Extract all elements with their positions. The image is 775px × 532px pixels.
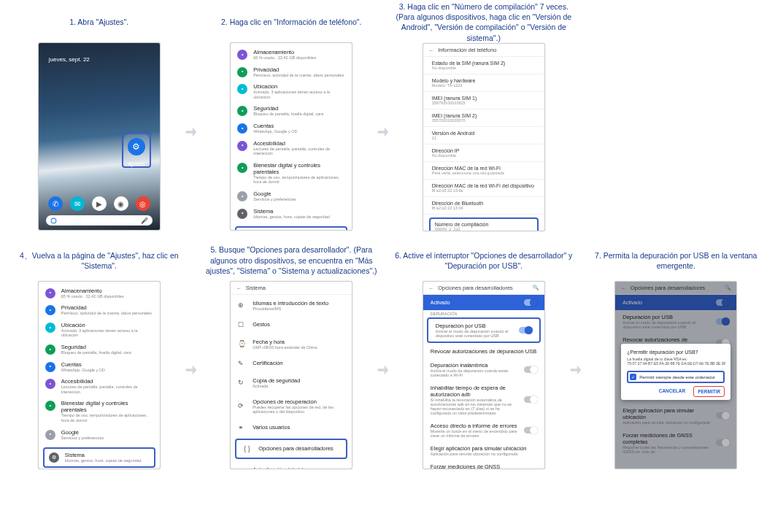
settings-row[interactable]: • CuentasWhatsApp, Google y OD xyxy=(231,120,352,137)
system-row[interactable]: ✎Certificación xyxy=(231,355,352,372)
phone-info-row[interactable]: i Información del teléfonoAndroid xyxy=(235,226,347,231)
system-row[interactable]: ⚙ SistemaIdiomas, gestos, hora, copias d… xyxy=(43,447,155,468)
dev-row[interactable]: Elegir aplicación para simular ubicación… xyxy=(423,442,544,460)
system-row[interactable]: ⟳Opciones de recuperaciónPuedes recupera… xyxy=(231,393,352,419)
settings-row[interactable]: • CuentasWhatsApp, Google y OD xyxy=(39,358,160,376)
row-toggle[interactable] xyxy=(716,318,729,325)
chrome-icon[interactable]: ◉ xyxy=(114,196,128,211)
master-toggle[interactable] xyxy=(524,299,537,306)
search-icon[interactable]: 🔍 xyxy=(533,285,539,290)
settings-row[interactable]: • Bienestar digital y controles parental… xyxy=(231,159,352,188)
google-icon xyxy=(50,217,57,224)
usb-debug-row[interactable]: Depuración por USBActivar el modo de dep… xyxy=(427,317,541,343)
row-toggle[interactable] xyxy=(716,439,729,446)
step-3-screenshot: ← Información del teléfono Estado de la … xyxy=(423,43,545,231)
settings-row[interactable]: • UbicaciónActivada: 3 aplicaciones tien… xyxy=(231,80,352,102)
row-toggle[interactable] xyxy=(716,412,729,419)
dev-row[interactable]: Depuración por USBActivar el modo de dep… xyxy=(615,310,736,333)
row-title: Gestos xyxy=(252,321,344,328)
info-value: No disponible xyxy=(432,153,536,158)
settings-row[interactable]: • PrivacidadPermisos, actividad de la cu… xyxy=(231,63,352,81)
row-sub: Servicios y preferencias xyxy=(61,436,153,441)
row-title: Privacidad xyxy=(61,304,153,311)
info-row[interactable]: IMEI (ranura SIM 2)355701010028370 xyxy=(423,109,544,127)
info-value: 358793100020825 xyxy=(432,101,536,105)
messages-icon[interactable]: ✉ xyxy=(70,196,85,211)
back-icon[interactable]: ← xyxy=(429,285,434,290)
info-row[interactable]: Modelo y hardwareModelo: TA-1223 xyxy=(423,74,544,92)
row-toggle[interactable] xyxy=(524,396,537,403)
dev-row[interactable]: Revocar autorizaciones de depuración USB xyxy=(423,344,544,358)
system-title: Sistema xyxy=(65,452,150,458)
info-row[interactable]: Dirección de Bluetoothf8:a2:d2:22:13:04 xyxy=(423,197,544,215)
mic-icon[interactable]: 🎤 xyxy=(141,217,148,224)
row-icon: • xyxy=(45,344,55,355)
dev-row[interactable]: Forzar mediciones de GNSS completasRegis… xyxy=(615,428,736,458)
system-row[interactable]: ↻Copia de seguridadActivada xyxy=(231,372,352,393)
settings-row[interactable]: • PrivacidadPermisos, actividad de la cu… xyxy=(39,301,160,319)
checkbox-checked-icon[interactable]: ✓ xyxy=(630,374,636,380)
system-update-row[interactable]: ◈ Actualización del sistemaActualización… xyxy=(231,461,352,469)
system-row[interactable]: ☐Gestos xyxy=(231,316,352,334)
row-icon: • xyxy=(45,288,55,298)
row-icon: • xyxy=(45,362,55,372)
row-icon: • xyxy=(45,401,55,411)
back-icon[interactable]: ← xyxy=(236,285,242,290)
info-row[interactable]: Dirección MAC de la red Wi-FiPara verla,… xyxy=(423,162,544,180)
phone-icon[interactable]: ✆ xyxy=(48,196,63,211)
system-icon: ⚙ xyxy=(49,452,59,463)
settings-row[interactable]: • Bienestar digital y controles parental… xyxy=(39,397,160,425)
always-allow-row[interactable]: ✓ Permitir siempre desde este ordenador xyxy=(627,371,725,383)
row-toggle[interactable] xyxy=(524,366,537,373)
system-row[interactable]: ⌚Fecha y horaGMT+08:00 hora estándar de … xyxy=(231,334,352,355)
settings-row[interactable]: • GoogleServicios y preferencias xyxy=(39,426,160,444)
dev-row[interactable]: Acceso directo a informe de erroresMuest… xyxy=(423,419,544,442)
settings-row[interactable]: • Almacenamiento65 % usado · 22,42 GB di… xyxy=(39,285,160,302)
cancel-button[interactable]: CANCELAR xyxy=(655,386,689,397)
info-row[interactable]: Dirección MAC de la red Wi-Fi del dispos… xyxy=(423,180,544,197)
info-value: f8:a2:d2:22:13:04 xyxy=(432,206,536,210)
info-row[interactable]: Estado de la SIM (ranura SIM 2)No dispon… xyxy=(423,57,544,74)
info-key: Dirección de Bluetooth xyxy=(432,201,536,206)
settings-row[interactable]: • SistemaIdiomas, gestos, hora, copias d… xyxy=(231,205,352,223)
settings-row[interactable]: • AccesibilidadLectores de pantalla, pan… xyxy=(231,137,352,159)
screen-header: ← Opciones para desarrolladores 🔍 xyxy=(423,282,544,295)
row-title: Elegir aplicación para simular ubicación xyxy=(431,445,537,452)
settings-row[interactable]: • SeguridadBloqueo de pantalla, huella d… xyxy=(39,341,160,358)
row-icon: • xyxy=(45,379,55,389)
settings-row[interactable]: • GoogleServicios y preferencias xyxy=(231,188,352,205)
screen-title: Sistema xyxy=(246,285,266,291)
developer-options-row[interactable]: { } Opciones para desarrolladores xyxy=(235,439,347,459)
play-icon[interactable]: ▶ xyxy=(92,196,107,211)
row-sub: Aplicación para simular ubicación no con… xyxy=(431,452,537,456)
row-title: Elegir aplicación para simular ubicación xyxy=(622,407,712,420)
allow-button[interactable]: PERMITIR xyxy=(693,386,725,397)
dev-row[interactable]: Inhabilitar tiempo de espera de autoriza… xyxy=(423,381,544,419)
step-5-screenshot: ← Sistema ⊕Idiomas e introducción de tex… xyxy=(230,281,352,469)
settings-row[interactable]: • SeguridadBloqueo de pantalla, huella d… xyxy=(231,102,352,120)
screen-title: Opciones para desarrolladores xyxy=(438,285,528,291)
dev-row[interactable]: Depuración inalámbricaActiva el modo de … xyxy=(423,358,544,381)
search-bar[interactable]: 🎤 xyxy=(46,215,153,225)
settings-row[interactable]: • UbicaciónActivada: 3 aplicaciones tien… xyxy=(39,319,160,341)
settings-row[interactable]: • Almacenamiento65 % usado · 22,42 GB di… xyxy=(231,46,352,63)
enabled-banner[interactable]: Activado xyxy=(423,295,544,310)
row-title: Ubicación xyxy=(61,322,153,328)
dev-row[interactable]: Elegir aplicación para simular ubicación… xyxy=(615,404,736,428)
settings-row[interactable]: • AccesibilidadLectores de pantalla, pan… xyxy=(39,375,160,397)
build-number-row[interactable]: Número de compilación 00WW_2_210 xyxy=(429,217,539,231)
update-icon: ◈ xyxy=(238,468,246,469)
info-row[interactable]: IMEI (ranura SIM 1)358793100020825 xyxy=(423,92,544,109)
system-row[interactable]: ⊕Idiomas e introducción de textoPicsoldt… xyxy=(231,295,352,316)
info-row[interactable]: Dirección IPNo disponible xyxy=(423,144,544,162)
row-icon: • xyxy=(237,209,247,219)
row-toggle[interactable] xyxy=(524,427,537,433)
back-icon[interactable]: ← xyxy=(429,47,434,53)
info-row[interactable]: Versión de Android11 xyxy=(423,127,544,144)
section-label: DEPURACIÓN xyxy=(423,310,544,316)
usb-debug-toggle[interactable] xyxy=(519,327,532,334)
system-row[interactable]: ⚭Varios usuarios xyxy=(231,419,352,436)
dev-row[interactable]: Forzar mediciones de GNSS completasRegis… xyxy=(423,460,544,469)
camera-icon[interactable]: ◎ xyxy=(136,196,150,211)
settings-widget[interactable]: ⚙ Ajustes xyxy=(122,132,151,168)
